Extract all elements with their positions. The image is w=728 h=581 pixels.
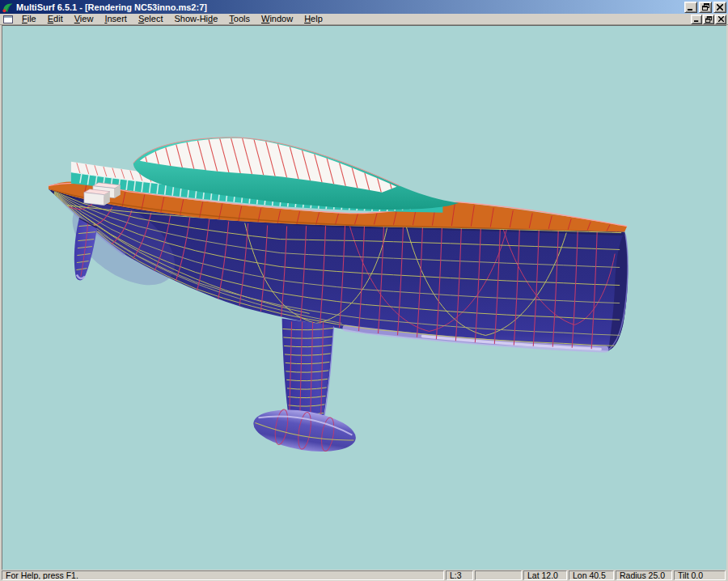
restore-icon — [705, 16, 712, 23]
mdi-minimize-button[interactable] — [691, 15, 702, 24]
boat-rendering — [2, 26, 726, 570]
menu-bar: FileEditViewInsertSelectShow-HideToolsWi… — [0, 14, 728, 25]
multisurf-logo-icon — [2, 2, 14, 13]
status-bar: For Help, press F1. L:3Lat 12.0Lon 40.5R… — [0, 570, 728, 581]
menu-item-view[interactable]: View — [69, 14, 99, 24]
close-icon — [717, 4, 723, 11]
mdi-close-button[interactable] — [715, 15, 726, 24]
menu-item-show-hide[interactable]: Show-Hide — [169, 14, 224, 24]
menu-item-insert[interactable]: Insert — [99, 14, 133, 24]
restore-icon — [702, 3, 709, 11]
status-message: For Help, press F1. — [2, 570, 444, 580]
window-title: MultiSurf 6.5.1 - [Rendering NC53inno.ms… — [16, 2, 207, 12]
minimize-icon — [688, 4, 694, 11]
status-empty-field — [475, 570, 522, 580]
render-viewport[interactable] — [2, 25, 726, 570]
status-tilt-field: Tilt 0.0 — [674, 570, 726, 580]
menu-item-select[interactable]: Select — [133, 14, 169, 24]
menu-item-edit[interactable]: Edit — [42, 14, 69, 24]
restore-button[interactable] — [699, 2, 712, 13]
menu-item-window[interactable]: Window — [256, 14, 298, 24]
document-icon[interactable] — [3, 15, 13, 23]
mdi-restore-button[interactable] — [703, 15, 714, 24]
boat-keel — [251, 318, 359, 457]
menu-item-help[interactable]: Help — [298, 14, 328, 24]
minimize-button[interactable] — [684, 2, 697, 13]
close-button[interactable] — [713, 2, 726, 13]
minimize-icon — [694, 16, 700, 22]
app-window: MultiSurf 6.5.1 - [Rendering NC53inno.ms… — [0, 0, 728, 581]
status-radius-field: Radius 25.0 — [616, 570, 672, 580]
menu-item-tools[interactable]: Tools — [223, 14, 256, 24]
status-lon-field: Lon 40.5 — [569, 570, 614, 580]
close-icon — [718, 16, 724, 22]
menu-item-file[interactable]: File — [16, 14, 42, 24]
status-layer-field: L:3 — [446, 570, 473, 580]
status-lat-field: Lat 12.0 — [523, 570, 567, 580]
keel-bulb — [251, 404, 359, 458]
title-bar[interactable]: MultiSurf 6.5.1 - [Rendering NC53inno.ms… — [0, 0, 728, 14]
